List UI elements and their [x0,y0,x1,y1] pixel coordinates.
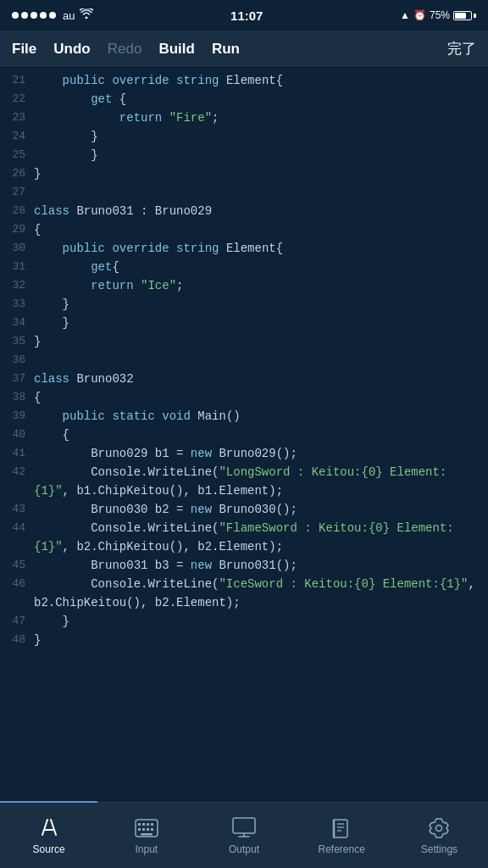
line-number: 46 [0,575,34,593]
line-code: } [34,146,488,164]
input-label: Input [135,843,158,855]
code-editor[interactable]: 21 public override string Element{22 get… [0,68,488,800]
settings-label: Settings [421,843,458,855]
line-number: 36 [0,351,34,370]
line-number: 41 [0,444,34,463]
table-row: 21 public override string Element{ [0,71,488,90]
table-row: 36 [0,351,488,370]
table-row: 41 Bruno029 b1 = new Bruno029(); [0,444,488,463]
monitor-icon [232,816,256,840]
line-number: 26 [0,164,34,183]
redo-button[interactable]: Redo [108,41,142,58]
battery-icon [453,11,476,20]
line-code: } [34,631,488,649]
table-row: 43 Bruno030 b2 = new Bruno030(); [0,500,488,519]
line-code: public override string Element{ [34,239,488,258]
table-row: 46 Console.WriteLine("IceSword : Keitou:… [0,575,488,612]
table-row: 32 return "Ice"; [0,276,488,295]
line-code: class Bruno031 : Bruno029 [34,202,488,220]
line-number: 22 [0,90,34,108]
line-number: 39 [0,407,34,426]
line-number: 30 [0,239,34,258]
line-code: Console.WriteLine("FlameSword : Keitou:{… [34,519,488,556]
table-row: 39 public static void Main() [0,407,488,426]
line-number: 42 [0,463,34,481]
line-number: 33 [0,295,34,314]
svg-rect-5 [138,828,141,831]
line-number: 24 [0,127,34,146]
table-row: 42 Console.WriteLine("LongSword : Keitou… [0,463,488,500]
line-number: 31 [0,258,34,276]
line-code: { [34,426,488,444]
line-number: 27 [0,183,34,202]
reference-label: Reference [319,843,365,855]
book-icon [330,816,353,840]
table-row: 26} [0,164,488,183]
undo-button[interactable]: Undo [53,41,90,58]
nav-source[interactable]: Source [0,801,97,868]
svg-rect-9 [141,833,152,836]
line-code: Bruno031 b3 = new Bruno031(); [34,556,488,575]
table-row: 29{ [0,220,488,239]
table-row: 28class Bruno031 : Bruno029 [0,202,488,220]
alarm-icon: ⏰ [413,9,426,21]
line-code: } [34,314,488,332]
line-code: Console.WriteLine("LongSword : Keitou:{0… [34,463,488,500]
line-code: return "Fire"; [34,108,488,127]
line-number: 37 [0,370,34,388]
line-code: } [34,612,488,631]
wifi-icon [80,8,93,22]
line-code: } [34,332,488,351]
build-button[interactable]: Build [158,41,195,58]
line-number: 48 [0,631,34,649]
carrier-label: au [63,9,75,22]
run-button[interactable]: Run [212,41,240,58]
output-label: Output [229,843,259,855]
line-code: } [34,295,488,314]
svg-rect-6 [142,828,145,831]
line-number: 25 [0,146,34,164]
table-row: 34 } [0,314,488,332]
table-row: 23 return "Fire"; [0,108,488,127]
line-number: 40 [0,426,34,444]
svg-rect-8 [151,828,153,831]
table-row: 37class Bruno032 [0,370,488,388]
line-code: } [34,164,488,183]
line-number: 47 [0,612,34,631]
table-row: 24 } [0,127,488,146]
table-row: 44 Console.WriteLine("FlameSword : Keito… [0,519,488,556]
nav-output[interactable]: Output [195,801,292,868]
file-button[interactable]: File [12,41,36,58]
source-icon [37,816,61,840]
line-number: 29 [0,220,34,239]
line-number: 45 [0,556,34,575]
table-row: 27 [0,183,488,202]
svg-point-17 [436,825,442,831]
done-button[interactable]: 完了 [447,39,476,58]
line-code: Bruno030 b2 = new Bruno030(); [34,500,488,519]
table-row: 33 } [0,295,488,314]
table-row: 22 get { [0,90,488,108]
line-code: { [34,388,488,407]
nav-reference[interactable]: Reference [293,801,391,868]
status-left: au [12,8,93,22]
line-code: class Bruno032 [34,370,488,388]
line-code: public override string Element{ [34,71,488,90]
status-bar: au 11:07 ▲ ⏰ 75% [0,0,488,31]
battery-percent: 75% [430,9,450,21]
location-icon: ▲ [400,9,410,21]
bottom-navigation: Source Input Ou [0,800,488,868]
svg-rect-10 [233,818,255,833]
toolbar: File Undo Redo Build Run 完了 [0,31,488,68]
line-number: 38 [0,388,34,407]
settings-icon [427,816,451,840]
nav-input[interactable]: Input [97,801,195,868]
line-number: 32 [0,276,34,295]
line-number: 35 [0,332,34,351]
line-code: public static void Main() [34,407,488,426]
source-label: Source [33,843,65,855]
status-right: ▲ ⏰ 75% [400,9,476,21]
svg-rect-4 [151,823,153,826]
code-lines: 21 public override string Element{22 get… [0,71,488,797]
nav-settings[interactable]: Settings [391,801,488,868]
